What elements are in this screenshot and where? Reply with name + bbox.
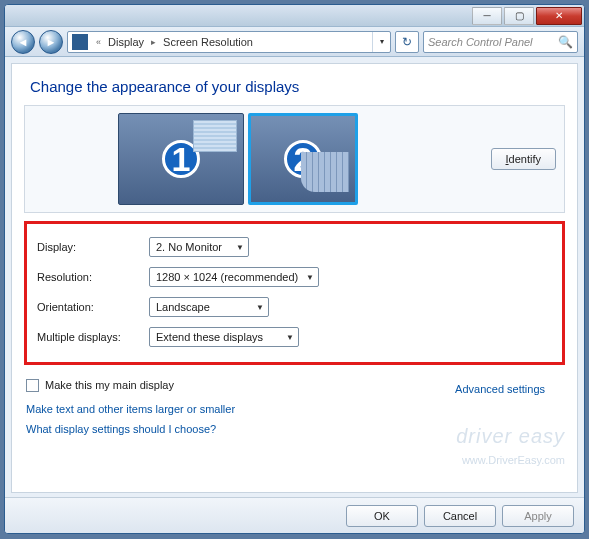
chevron-down-icon: ▼ xyxy=(306,273,314,282)
identify-button[interactable]: Identify xyxy=(491,148,556,170)
nav-forward-button[interactable]: ► xyxy=(39,30,63,54)
maximize-button[interactable]: ▢ xyxy=(504,7,534,25)
address-dropdown-button[interactable]: ▾ xyxy=(372,32,390,52)
monitor1-window-icon xyxy=(193,120,237,152)
resolution-value: 1280 × 1024 (recommended) xyxy=(156,271,298,283)
nav-back-button[interactable]: ◄ xyxy=(11,30,35,54)
chevron-down-icon: ▼ xyxy=(286,333,294,342)
display-preview: 1 2 Identify xyxy=(24,105,565,213)
refresh-button[interactable]: ↻ xyxy=(395,31,419,53)
multiple-displays-row: Multiple displays: Extend these displays… xyxy=(37,322,552,352)
multiple-displays-combo[interactable]: Extend these displays ▼ xyxy=(149,327,299,347)
chevron-down-icon: ▼ xyxy=(236,243,244,252)
chevron-right-icon: ▸ xyxy=(151,37,156,47)
dpi-link[interactable]: Make text and other items larger or smal… xyxy=(26,403,563,415)
content-pane: Change the appearance of your displays 1… xyxy=(11,63,578,493)
sub-watermark: www.DriverEasy.com xyxy=(462,454,565,466)
resolution-label: Resolution: xyxy=(37,271,149,283)
main-display-label: Make this my main display xyxy=(45,379,174,391)
orientation-label: Orientation: xyxy=(37,301,149,313)
breadcrumb[interactable]: « Display ▸ Screen Resolution ▾ xyxy=(67,31,391,53)
orientation-combo[interactable]: Landscape ▼ xyxy=(149,297,269,317)
address-bar: ◄ ► « Display ▸ Screen Resolution ▾ ↻ Se… xyxy=(5,27,584,57)
breadcrumb-screen-resolution[interactable]: Screen Resolution xyxy=(160,36,256,48)
orientation-row: Orientation: Landscape ▼ xyxy=(37,292,552,322)
display-combo[interactable]: 2. No Monitor ▼ xyxy=(149,237,249,257)
page-title: Change the appearance of your displays xyxy=(30,78,577,95)
multiple-displays-label: Multiple displays: xyxy=(37,331,149,343)
monitor-1[interactable]: 1 xyxy=(118,113,244,205)
orientation-value: Landscape xyxy=(156,301,210,313)
advanced-settings-link[interactable]: Advanced settings xyxy=(455,383,549,395)
titlebar: ─ ▢ ✕ xyxy=(5,5,584,27)
main-display-row: Make this my main display Advanced setti… xyxy=(26,375,563,395)
monitor2-grid-icon xyxy=(301,152,349,192)
resolution-row: Resolution: 1280 × 1024 (recommended) ▼ xyxy=(37,262,552,292)
display-label: Display: xyxy=(37,241,149,253)
cancel-button[interactable]: Cancel xyxy=(424,505,496,527)
multiple-displays-value: Extend these displays xyxy=(156,331,263,343)
display-row: Display: 2. No Monitor ▼ xyxy=(37,232,552,262)
chevron-left-icon: « xyxy=(96,37,101,47)
display-value: 2. No Monitor xyxy=(156,241,222,253)
ok-button[interactable]: OK xyxy=(346,505,418,527)
main-display-checkbox[interactable] xyxy=(26,379,39,392)
monitors-box[interactable]: 1 2 xyxy=(115,110,361,208)
chevron-down-icon: ▼ xyxy=(256,303,264,312)
breadcrumb-display[interactable]: Display xyxy=(105,36,147,48)
close-button[interactable]: ✕ xyxy=(536,7,582,25)
minimize-button[interactable]: ─ xyxy=(472,7,502,25)
search-icon: 🔍 xyxy=(558,35,573,49)
monitor-2[interactable]: 2 xyxy=(248,113,358,205)
window: ─ ▢ ✕ ◄ ► « Display ▸ Screen Resolution … xyxy=(4,4,585,534)
resolution-combo[interactable]: 1280 × 1024 (recommended) ▼ xyxy=(149,267,319,287)
help-link[interactable]: What display settings should I choose? xyxy=(26,423,563,435)
dialog-button-bar: OK Cancel Apply xyxy=(5,497,584,533)
settings-highlight-box: Display: 2. No Monitor ▼ Resolution: 128… xyxy=(24,221,565,365)
control-panel-icon xyxy=(72,34,88,50)
search-placeholder: Search Control Panel xyxy=(428,36,533,48)
apply-button[interactable]: Apply xyxy=(502,505,574,527)
search-input[interactable]: Search Control Panel 🔍 xyxy=(423,31,578,53)
